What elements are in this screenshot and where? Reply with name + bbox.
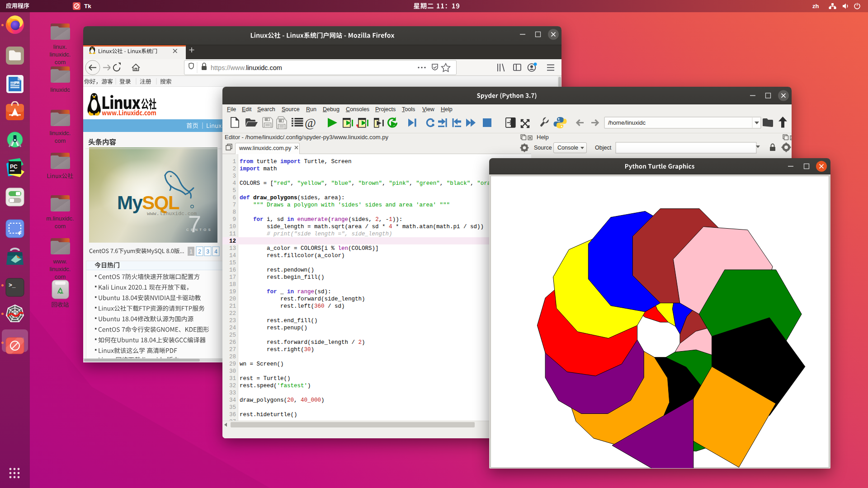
svg-text:3: 3	[206, 249, 209, 255]
svg-text:m.linuxidc.: m.linuxidc.	[46, 215, 74, 222]
svg-text:com: com	[55, 137, 66, 144]
svg-text:linux.: linux.	[53, 43, 67, 50]
svg-text:2: 2	[198, 249, 201, 255]
svg-text:linuxidc.: linuxidc.	[50, 266, 71, 272]
svg-text:com: com	[55, 223, 66, 230]
svg-text:linuxidc.: linuxidc.	[50, 51, 71, 58]
svg-text:4: 4	[214, 249, 217, 255]
svg-text:PC: PC	[10, 164, 18, 170]
svg-text:1: 1	[189, 249, 193, 255]
svg-text:Object: Object	[595, 145, 612, 151]
svg-text:www.: www.	[52, 258, 67, 265]
svg-text:Source: Source	[534, 145, 552, 151]
svg-text:linuxidc: linuxidc	[50, 86, 70, 93]
svg-text:linuxidc.: linuxidc.	[50, 130, 71, 136]
svg-text:>_: >_	[9, 282, 16, 289]
